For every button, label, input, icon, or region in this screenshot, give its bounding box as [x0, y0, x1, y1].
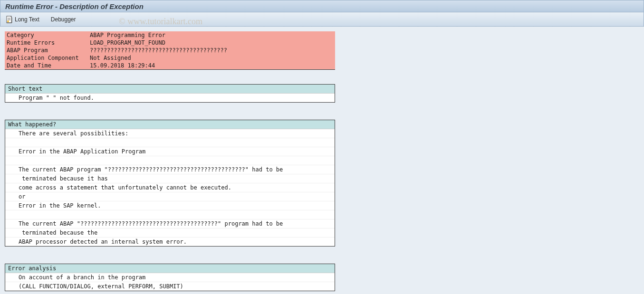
- section-text-line: or: [5, 192, 335, 201]
- title-bar: Runtime Error - Description of Exception: [0, 0, 644, 12]
- info-label: ABAP Program: [5, 47, 88, 54]
- section-text-line: [5, 210, 335, 219]
- document-icon: [6, 16, 13, 23]
- section-text-line: terminated because it has: [5, 174, 335, 183]
- section-text-line: (CALL FUNCTION/DIALOG, external PERFORM,…: [5, 282, 335, 291]
- section-text-line: There are several possibilities:: [5, 129, 335, 138]
- info-row: Application ComponentNot Assigned: [5, 54, 335, 62]
- info-label: Runtime Errors: [5, 39, 88, 47]
- section-text-line: come across a statement that unfortunate…: [5, 183, 335, 192]
- section-body: Program " " not found.: [5, 94, 335, 102]
- info-label: Application Component: [5, 54, 88, 62]
- info-value: Not Assigned: [88, 54, 335, 62]
- section-text-line: The current ABAP program "??????????????…: [5, 165, 335, 174]
- section-box: Short textProgram " " not found.: [5, 84, 335, 103]
- section-text-line: terminated because the: [5, 228, 335, 237]
- section-text-line: Error in the ABAP Application Program: [5, 147, 335, 156]
- info-label: Date and Time: [5, 62, 88, 70]
- section-text-line: [5, 138, 335, 147]
- info-value: LOAD_PROGRAM_NOT_FOUND: [88, 39, 335, 47]
- section-text-line: ABAP processor detected an internal syst…: [5, 237, 335, 246]
- section-box: Error analysisOn account of a branch in …: [5, 264, 335, 291]
- section-box: What happened?There are several possibil…: [5, 120, 335, 247]
- info-value: 15.09.2018 18:29:44: [88, 62, 335, 70]
- error-info-table: CategoryABAP Programming ErrorRuntime Er…: [5, 31, 335, 70]
- section-text-line: Error in the SAP kernel.: [5, 201, 335, 210]
- page-title: Runtime Error - Description of Exception: [5, 2, 144, 10]
- svg-point-4: [7, 20, 9, 22]
- section-text-line: On account of a branch in the program: [5, 273, 335, 282]
- section-text-line: [5, 156, 335, 165]
- toolbar: Long Text Debugger: [0, 12, 644, 27]
- info-value: ABAP Programming Error: [88, 31, 335, 39]
- info-value: ????????????????????????????????????????: [88, 47, 335, 54]
- info-row: Date and Time15.09.2018 18:29:44: [5, 62, 335, 70]
- section-header: Error analysis: [5, 264, 335, 273]
- info-row: Runtime ErrorsLOAD_PROGRAM_NOT_FOUND: [5, 39, 335, 47]
- section-body: On account of a branch in the program(CA…: [5, 273, 335, 291]
- content-area[interactable]: CategoryABAP Programming ErrorRuntime Er…: [0, 27, 644, 294]
- section-text-line: The current ABAP "??????????????????????…: [5, 219, 335, 228]
- section-body: There are several possibilities: Error i…: [5, 129, 335, 246]
- debugger-label: Debugger: [51, 16, 76, 23]
- section-text-line: Program " " not found.: [5, 94, 335, 102]
- debugger-button[interactable]: Debugger: [49, 15, 78, 24]
- info-row: CategoryABAP Programming Error: [5, 31, 335, 39]
- info-row: ABAP Program????????????????????????????…: [5, 47, 335, 54]
- long-text-label: Long Text: [15, 16, 39, 23]
- section-header: Short text: [5, 85, 335, 94]
- info-label: Category: [5, 31, 88, 39]
- section-header: What happened?: [5, 120, 335, 129]
- long-text-button[interactable]: Long Text: [4, 15, 41, 24]
